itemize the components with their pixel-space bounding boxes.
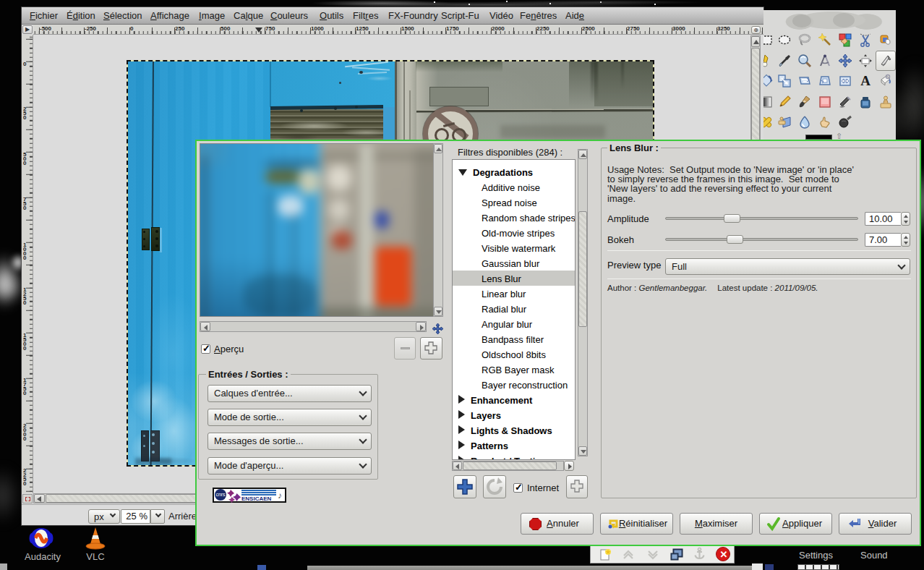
svg-text:A: A bbox=[860, 74, 870, 88]
